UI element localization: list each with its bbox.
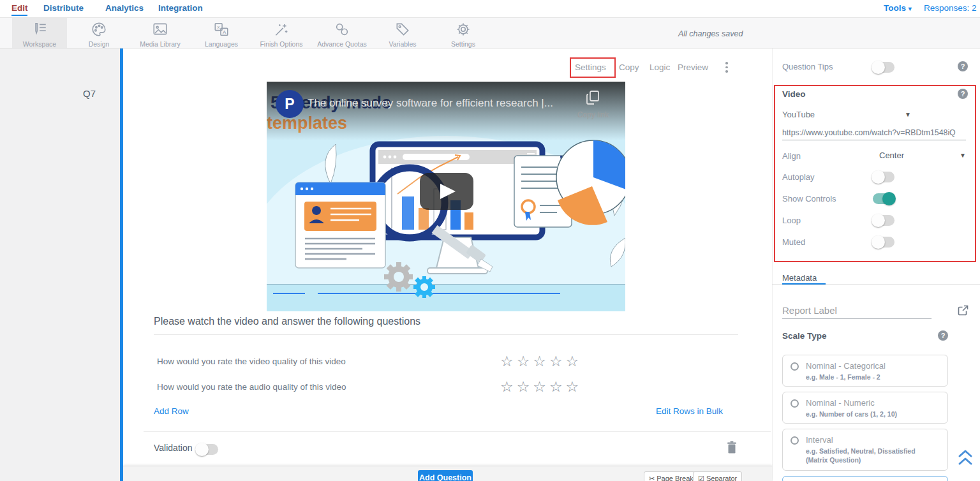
question-text[interactable]: Please watch the video and answer the fo… bbox=[154, 316, 420, 327]
add-question-button[interactable]: Add Question bbox=[418, 470, 473, 481]
radio-icon[interactable] bbox=[791, 399, 799, 408]
toolbar-variables[interactable]: Variables bbox=[372, 18, 433, 48]
nav-distribute[interactable]: Distribute bbox=[43, 3, 84, 13]
toolbar-settings[interactable]: Settings bbox=[433, 18, 494, 48]
validation-toggle[interactable] bbox=[197, 444, 218, 455]
video-title[interactable]: The online survey software for efficient… bbox=[308, 97, 553, 110]
muted-toggle[interactable] bbox=[873, 237, 895, 248]
radio-icon[interactable] bbox=[791, 362, 799, 371]
add-row-link[interactable]: Add Row bbox=[154, 406, 189, 416]
more-options-icon[interactable] bbox=[723, 62, 731, 75]
caret-down-icon[interactable]: ▼ bbox=[960, 152, 966, 159]
video-url-input[interactable]: https://www.youtube.com/watch?v=RBDtm154… bbox=[782, 128, 956, 137]
align-label: Align bbox=[782, 151, 801, 161]
tab-copy[interactable]: Copy bbox=[619, 63, 639, 72]
nav-analytics[interactable]: Analytics bbox=[105, 3, 144, 13]
checkbox-icon: ☑ bbox=[698, 475, 704, 481]
toolbar-advance-quotas[interactable]: Advance Quotas bbox=[311, 18, 373, 48]
thumbnail-gradient bbox=[267, 82, 625, 140]
nav-edit[interactable]: Edit bbox=[11, 3, 28, 13]
radio-icon[interactable] bbox=[791, 436, 799, 445]
help-icon[interactable]: ? bbox=[938, 330, 948, 341]
caret-down-icon[interactable]: ▼ bbox=[905, 111, 911, 118]
top-nav: Edit Distribute Analytics Integration To… bbox=[0, 0, 980, 18]
svg-text:x: x bbox=[218, 24, 220, 30]
divider bbox=[144, 431, 771, 432]
show-controls-toggle[interactable] bbox=[873, 193, 895, 204]
separator-button[interactable]: ☑ Separator bbox=[693, 471, 742, 481]
nav-integration[interactable]: Integration bbox=[158, 3, 203, 13]
toolbar-design[interactable]: Design bbox=[68, 18, 130, 48]
nav-edit-underline bbox=[11, 15, 27, 16]
input-underline bbox=[782, 318, 932, 319]
autoplay-toggle[interactable] bbox=[873, 172, 895, 182]
save-status: All changes saved bbox=[678, 29, 743, 38]
matrix-row-label[interactable]: How would you rate the video quality of … bbox=[157, 357, 346, 366]
show-controls-label: Show Controls bbox=[782, 194, 836, 204]
collapse-panel-icon[interactable] bbox=[957, 448, 974, 467]
toolbar-finish-options[interactable]: Finish Options bbox=[251, 18, 312, 48]
tab-preview[interactable]: Preview bbox=[678, 63, 708, 72]
star-icon[interactable]: ☆ bbox=[500, 378, 517, 395]
star-icon[interactable]: ☆ bbox=[566, 353, 583, 369]
star-icon[interactable]: ☆ bbox=[500, 353, 517, 369]
delete-question-icon[interactable] bbox=[725, 440, 738, 454]
svg-text:A: A bbox=[223, 29, 226, 35]
question-tips-label: Question Tips bbox=[782, 62, 833, 71]
muted-label: Muted bbox=[782, 237, 805, 247]
page-break-button[interactable]: ✂ Page Break bbox=[644, 471, 699, 481]
question-tips-toggle[interactable] bbox=[873, 62, 895, 73]
toolbar-languages[interactable]: xA Languages bbox=[191, 18, 252, 48]
copy-icon bbox=[586, 90, 600, 105]
edit-rows-in-bulk-link[interactable]: Edit Rows in Bulk bbox=[656, 406, 723, 416]
caret-down-icon: ▾ bbox=[909, 5, 912, 12]
main-toolbar: Workspace Design Media Library xA Langua… bbox=[0, 18, 980, 48]
responses-link[interactable]: Responses: 2 bbox=[924, 3, 977, 13]
autoplay-label: Autoplay bbox=[782, 172, 815, 182]
toolbar-workspace[interactable]: Workspace bbox=[12, 18, 67, 48]
advance-quotas-icon bbox=[334, 22, 350, 37]
loop-label: Loop bbox=[782, 216, 801, 225]
tools-menu[interactable]: Tools ▾ bbox=[884, 3, 912, 13]
star-icon[interactable]: ☆ bbox=[533, 353, 549, 369]
settings-icon bbox=[455, 22, 471, 37]
questionpro-logo: P bbox=[276, 90, 304, 118]
question-number[interactable]: Q7 bbox=[83, 88, 96, 99]
workspace-icon bbox=[31, 22, 48, 37]
scale-option-interval[interactable]: Interval e.g. Satisfied, Neutral, Dissat… bbox=[782, 429, 948, 471]
star-rating-row-2[interactable]: ☆☆☆☆☆ bbox=[500, 378, 582, 396]
matrix-row-label[interactable]: How would you rate the audio quality of … bbox=[157, 382, 346, 392]
report-label-input[interactable]: Report Label bbox=[782, 305, 837, 316]
video-section-title: Video bbox=[782, 89, 806, 99]
star-icon[interactable]: ☆ bbox=[517, 378, 533, 395]
star-icon[interactable]: ☆ bbox=[549, 353, 566, 369]
star-icon[interactable]: ☆ bbox=[533, 378, 549, 395]
panel-divider bbox=[772, 48, 773, 481]
loop-toggle[interactable] bbox=[873, 215, 895, 226]
active-question-indicator bbox=[120, 48, 123, 481]
star-icon[interactable]: ☆ bbox=[517, 353, 533, 369]
external-link-icon[interactable] bbox=[958, 305, 969, 316]
copy-link-button[interactable]: Copy link bbox=[577, 90, 609, 119]
scale-option-nominal-categorical[interactable]: Nominal - Categorical e.g. Male - 1, Fem… bbox=[782, 355, 948, 387]
toolbar-media-library[interactable]: Media Library bbox=[130, 18, 191, 48]
star-icon[interactable]: ☆ bbox=[566, 378, 583, 395]
tab-bar-line bbox=[772, 285, 980, 285]
media-library-icon bbox=[152, 22, 168, 37]
scissors-icon: ✂ bbox=[649, 475, 655, 481]
input-underline bbox=[782, 140, 966, 140]
tab-metadata[interactable]: Metadata bbox=[782, 273, 817, 283]
help-icon[interactable]: ? bbox=[958, 89, 968, 99]
finish-options-icon bbox=[273, 22, 290, 37]
tab-settings[interactable]: Settings bbox=[575, 63, 606, 72]
align-select[interactable]: Center bbox=[879, 151, 904, 160]
variables-icon bbox=[394, 22, 411, 37]
video-provider-select[interactable]: YouTube bbox=[782, 110, 815, 119]
star-rating-row-1[interactable]: ☆☆☆☆☆ bbox=[500, 353, 582, 370]
tab-logic[interactable]: Logic bbox=[650, 63, 670, 72]
scale-option-nominal-numeric[interactable]: Nominal - Numeric e.g. Number of cars (1… bbox=[782, 392, 948, 424]
star-icon[interactable]: ☆ bbox=[549, 378, 566, 395]
scale-option-partial[interactable] bbox=[782, 476, 948, 481]
help-icon[interactable]: ? bbox=[958, 61, 968, 71]
video-player[interactable]: 50 ready-made templates bbox=[267, 82, 625, 311]
